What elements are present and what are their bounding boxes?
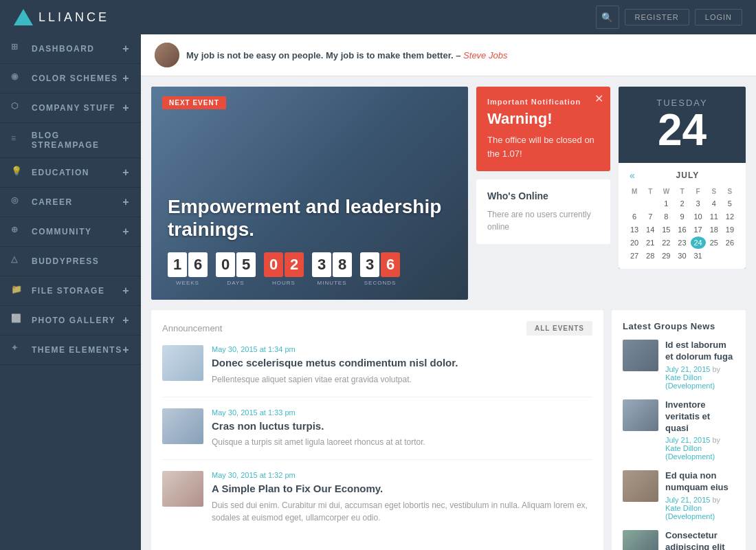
post-thumbnail [162,408,203,444]
cal-day-10[interactable]: 10 [691,210,706,223]
post-date: May 30, 2015 at 1:34 pm [212,345,458,353]
calendar-day-number: 24 [630,108,735,152]
sidebar-item-dashboard[interactable]: DASHBOARD + [0,34,141,64]
career-icon [11,195,25,209]
countdown-days: 0 5 DAYS [216,252,256,286]
post-title[interactable]: Donec scelerisque metus condimentum nisl… [212,356,458,370]
cal-day-1[interactable]: 1 [658,197,674,210]
sidebar-item-blog-streampage[interactable]: BLOG STREAMPAGE [0,123,141,158]
calendar-prev-button[interactable]: « [627,170,638,181]
post-item: May 30, 2015 at 1:33 pm Cras non luctus … [162,408,592,461]
post-thumbnail [162,471,203,507]
register-button[interactable]: REGISTER [625,9,689,25]
cal-day-30[interactable]: 30 [674,250,689,262]
post-title[interactable]: Cras non luctus turpis. [212,419,425,433]
post-title[interactable]: A Simple Plan to Fix Our Economy. [212,482,592,496]
sidebar-item-color-schemes[interactable]: COLOR SCHEMES + [0,64,141,94]
cal-day-23[interactable]: 23 [674,236,689,249]
cal-day-2[interactable]: 2 [674,197,689,210]
cal-day-7[interactable]: 7 [643,210,658,223]
cal-day-11[interactable]: 11 [707,210,722,223]
hero-banner: NEXT EVENT Empowerment and leadership tr… [151,87,468,300]
header: LLIANCE 🔍 REGISTER LOGIN [0,0,756,34]
cal-day-18[interactable]: 18 [707,223,722,236]
quote-author: Steve Jobs [463,50,507,60]
colors-icon [11,72,25,85]
sidebar-plus-education: + [122,166,130,179]
cal-day-28[interactable]: 28 [643,250,658,262]
post-content: May 30, 2015 at 1:32 pm A Simple Plan to… [212,471,592,524]
sidebar-label-education: EDUCATION [32,168,89,177]
post-content: May 30, 2015 at 1:33 pm Cras non luctus … [212,408,425,449]
cal-day-13[interactable]: 13 [627,223,642,236]
cal-day-3[interactable]: 3 [691,197,706,210]
countdown-weeks: 1 6 WEEKS [168,252,208,286]
cal-day-29[interactable]: 29 [658,250,674,262]
sidebar-item-education[interactable]: EDUCATION + [0,158,141,188]
cal-day-20[interactable]: 20 [627,236,642,249]
sidebar-plus-community: + [122,226,130,238]
login-button[interactable]: LOGIN [695,9,742,25]
sidebar-item-community[interactable]: COMMUNITY + [0,217,141,247]
bottom-grid: Announcement ALL EVENTS May 30, 2015 at … [141,310,756,550]
calendar-grid: M T W T F S S 1 2 3 [627,186,737,262]
sidebar: DASHBOARD + COLOR SCHEMES + COMPANY STUF… [0,34,141,550]
calendar-month-name: JULY [638,170,737,180]
cal-day-15[interactable]: 15 [658,223,674,236]
group-item: Consectetur adipiscing elit July 21, 201… [623,530,735,550]
cal-day-14[interactable]: 14 [643,223,658,236]
cal-day-27[interactable]: 27 [627,250,642,262]
announcement-card: Announcement ALL EVENTS May 30, 2015 at … [151,310,603,550]
minutes-digit-1: 3 [312,252,331,277]
sidebar-item-photo-gallery[interactable]: PHOTO GALLERY + [0,306,141,336]
cal-day-9[interactable]: 9 [674,210,689,223]
education-icon [11,166,25,179]
dashboard-icon [11,42,25,56]
group-thumbnail [623,470,658,502]
cal-day-26[interactable]: 26 [722,236,737,249]
group-name[interactable]: Ed quia non numquam eius [665,470,735,494]
cal-day-12[interactable]: 12 [722,210,737,223]
search-button[interactable]: 🔍 [596,6,619,29]
cal-day-4[interactable]: 4 [707,197,722,210]
top-grid: NEXT EVENT Empowerment and leadership tr… [141,76,756,310]
sidebar-item-company-stuff[interactable]: COMPANY STUFF + [0,94,141,123]
sidebar-item-career[interactable]: CAREER + [0,188,141,217]
cal-day-25[interactable]: 25 [707,236,722,249]
post-excerpt: Duis sed dui enim. Curabitur mi dui, acc… [212,499,592,524]
group-name[interactable]: Id est laborum et dolorum fuga [665,340,735,363]
weeks-digit-2: 6 [188,252,208,277]
days-digit-1: 0 [216,252,235,277]
sidebar-plus-file: + [122,285,130,297]
group-name[interactable]: Consectetur adipiscing elit [665,530,735,550]
avatar [155,43,179,67]
post-excerpt: Quisque a turpis sit amet ligula laoreet… [212,436,425,448]
sidebar-label-career: CAREER [32,197,73,207]
cal-day-17[interactable]: 17 [691,223,706,236]
cal-day-21[interactable]: 21 [643,236,658,249]
cal-day-31[interactable]: 31 [691,250,706,262]
theme-icon [11,343,25,357]
notification-card: ✕ Important Notification Warning! The of… [476,87,610,171]
cal-day-19[interactable]: 19 [722,223,737,236]
group-name[interactable]: Inventore veritatis et quasi [665,399,735,434]
notification-close-button[interactable]: ✕ [594,92,603,105]
latest-groups-title: Latest Groups News [623,321,735,331]
sidebar-item-buddypress[interactable]: BUDDYPRESS [0,247,141,276]
cal-day-24[interactable]: 24 [691,236,706,249]
community-icon [11,225,25,239]
group-item: Id est laborum et dolorum fuga July 21, … [623,340,735,390]
sidebar-label-file-storage: FILE STORAGE [32,286,104,296]
all-events-button[interactable]: ALL EVENTS [526,321,592,336]
company-icon [11,101,25,115]
cal-day-8[interactable]: 8 [658,210,674,223]
quote-text: My job is not be easy on people. My job … [186,50,507,60]
photo-icon [11,314,25,327]
sidebar-item-file-storage[interactable]: FILE STORAGE + [0,276,141,306]
sidebar-item-theme-elements[interactable]: THEME ELEMENTS + [0,336,141,365]
group-thumbnail [623,530,658,550]
cal-day-16[interactable]: 16 [674,223,689,236]
cal-day-5[interactable]: 5 [722,197,737,210]
cal-day-6[interactable]: 6 [627,210,642,223]
cal-day-22[interactable]: 22 [658,236,674,249]
